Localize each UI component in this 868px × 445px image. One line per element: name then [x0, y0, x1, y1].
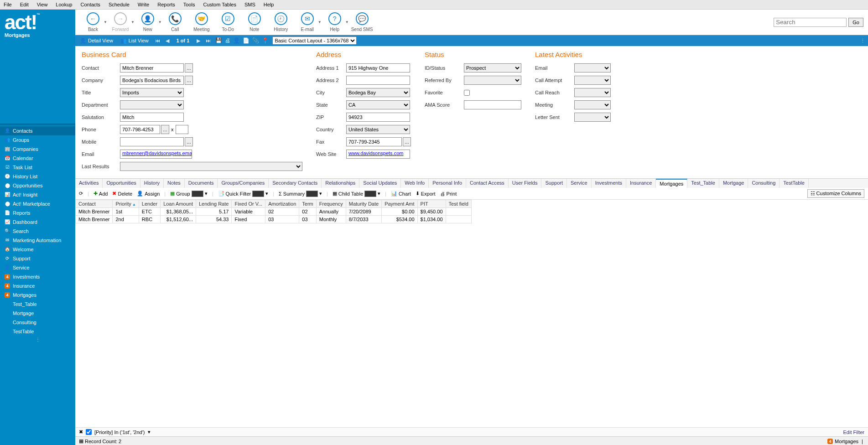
filter-clear-icon[interactable]: ✖	[79, 429, 83, 435]
sidebar-item-groups[interactable]: 👥Groups	[0, 135, 75, 145]
sidebar-item-searchnav[interactable]: 🔍Search	[0, 227, 75, 236]
address1-input[interactable]	[346, 63, 410, 72]
contact-input[interactable]	[120, 63, 184, 72]
email-button[interactable]: ✉E-mail	[294, 11, 321, 33]
tab-user-fields[interactable]: User Fields	[509, 179, 542, 188]
list-view-button[interactable]: 👥List View	[119, 37, 151, 45]
tab-testtable[interactable]: TestTable	[780, 179, 808, 188]
sidebar-item-investments[interactable]: 4Investments	[0, 272, 75, 281]
col-loan-amount[interactable]: Loan Amount	[161, 200, 196, 208]
menu-reports[interactable]: Reports	[156, 1, 176, 8]
sidebar-item-contacts[interactable]: 👤Contacts	[0, 126, 75, 135]
tab-relationships[interactable]: Relationships	[322, 179, 359, 188]
sidebar-item-marketplace[interactable]: ⬤Act! Marketplace	[0, 199, 75, 208]
filter-enable-checkbox[interactable]	[86, 429, 92, 435]
col-lending-rate[interactable]: Lending Rate	[196, 200, 231, 208]
activity-callattempt-select[interactable]	[574, 76, 611, 85]
meeting-button[interactable]: 🤝Meeting	[188, 11, 215, 33]
sidebar-item-support[interactable]: ⟳Support	[0, 254, 75, 263]
amascore-input[interactable]	[464, 100, 521, 109]
title-select[interactable]: Imports	[120, 88, 184, 97]
email-dropdown[interactable]: ▼	[318, 20, 322, 24]
tab-activities[interactable]: Activities	[75, 179, 103, 188]
tab-opportunities[interactable]: Opportunities	[103, 179, 140, 188]
lastresults-select[interactable]	[120, 162, 302, 171]
sidebar-item-dashboard[interactable]: 📈Dashboard	[0, 217, 75, 227]
fax-input[interactable]	[346, 137, 402, 146]
sidebar-item-consulting[interactable]: Consulting	[0, 318, 75, 327]
sidebar-item-mortgages[interactable]: 4Mortgages	[0, 290, 75, 300]
tab-service[interactable]: Service	[567, 179, 592, 188]
summary-button[interactable]: ΣSummary▾	[279, 191, 322, 197]
todo-button[interactable]: ☑To-Do	[215, 11, 241, 33]
idstatus-select[interactable]: Prospect	[464, 63, 521, 72]
sidebar-item-testtable[interactable]: Test_Table	[0, 300, 75, 309]
tab-investments[interactable]: Investments	[592, 179, 626, 188]
address2-input[interactable]	[346, 76, 410, 85]
department-select[interactable]	[120, 100, 184, 109]
assign-button[interactable]: 👤Assign	[137, 191, 160, 197]
sidebar-item-companies[interactable]: 🏢Companies	[0, 145, 75, 154]
print-icon[interactable]: 🖨	[225, 37, 230, 44]
note-button[interactable]: 📄Note	[241, 11, 268, 33]
new-dropdown[interactable]: ▼	[158, 20, 162, 24]
favorite-checkbox[interactable]	[464, 90, 470, 96]
tab-social-updates[interactable]: Social Updates	[359, 179, 401, 188]
help-button[interactable]: ?Help	[322, 11, 348, 33]
sidebar-item-historylist[interactable]: 🕘History List	[0, 172, 75, 181]
refresh-button[interactable]: ⟳	[79, 191, 83, 197]
activity-meeting-select[interactable]	[574, 100, 611, 109]
menu-contacts[interactable]: Contacts	[79, 1, 101, 8]
col-lender[interactable]: Lender	[139, 200, 160, 208]
phone-input[interactable]	[120, 125, 160, 134]
col-term[interactable]: Term	[299, 200, 316, 208]
chevron-down-icon[interactable]: ▾	[148, 429, 151, 435]
tab-web-info[interactable]: Web Info	[401, 179, 429, 188]
search-go-button[interactable]: Go	[848, 18, 863, 27]
export-button[interactable]: ⬇Export	[416, 191, 436, 197]
layout-select[interactable]: Basic Contact Layout - 1366x768	[272, 36, 357, 45]
menu-file[interactable]: File	[3, 1, 13, 8]
sidebar-item-testtable2[interactable]: TestTable	[0, 327, 75, 336]
sidebar-item-welcome[interactable]: 🏠Welcome	[0, 245, 75, 254]
tab-insurance[interactable]: Insurance	[626, 179, 656, 188]
menu-sms[interactable]: SMS	[244, 1, 256, 8]
website-link[interactable]: www.davidsonspets.com	[348, 150, 403, 156]
tab-notes[interactable]: Notes	[164, 179, 185, 188]
first-record-button[interactable]: ⏮	[154, 38, 161, 43]
prev-record-button[interactable]: ◀	[165, 38, 170, 44]
tab-mortgages[interactable]: Mortgages	[656, 179, 687, 188]
tab-personal-info[interactable]: Personal Info	[429, 179, 466, 188]
tab-history[interactable]: History	[140, 179, 164, 188]
tab-support[interactable]: Support	[541, 179, 567, 188]
company-input[interactable]	[120, 76, 184, 85]
menu-write[interactable]: Write	[137, 1, 150, 8]
salutation-input[interactable]	[120, 113, 184, 122]
back-dropdown[interactable]: ▼	[104, 20, 107, 24]
detail-view-button[interactable]: 👤Detail View	[78, 37, 115, 45]
user-icon[interactable]: 👤	[233, 37, 240, 44]
menu-custom-tables[interactable]: Custom Tables	[202, 1, 237, 8]
city-select[interactable]: Bodega Bay	[346, 88, 410, 97]
save-icon[interactable]: 💾	[215, 37, 222, 44]
sidebar-item-reports[interactable]: 📄Reports	[0, 208, 75, 217]
next-record-button[interactable]: ▶	[196, 38, 201, 44]
phone-lookup-button[interactable]: …	[161, 125, 169, 134]
col-payment-amt[interactable]: Payment Amt	[382, 200, 417, 208]
state-select[interactable]: CA	[346, 100, 410, 109]
sidebar-item-tasklist[interactable]: ☑Task List	[0, 163, 75, 172]
menu-tools[interactable]: Tools	[182, 1, 196, 8]
new-button[interactable]: 👤New	[135, 11, 161, 33]
sidebar-item-opportunities[interactable]: ⬤Opportunities	[0, 181, 75, 190]
sidebar-item-calendar[interactable]: 📅Calendar	[0, 154, 75, 163]
menu-edit[interactable]: Edit	[19, 1, 30, 8]
col-frequency[interactable]: Frequency	[316, 200, 346, 208]
email-link[interactable]: mbrenner@davidsonspets.ema	[122, 150, 192, 156]
activity-lettersent-select[interactable]	[574, 113, 611, 122]
company-lookup-button[interactable]: …	[185, 76, 193, 85]
quickfilter-button[interactable]: 📑Quick Filter▾	[218, 191, 269, 197]
tab-test-table[interactable]: Test_Table	[687, 179, 719, 188]
menu-view[interactable]: View	[36, 1, 49, 8]
print-grid-button[interactable]: 🖨Print	[440, 191, 457, 197]
call-button[interactable]: 📞Call	[162, 11, 188, 33]
